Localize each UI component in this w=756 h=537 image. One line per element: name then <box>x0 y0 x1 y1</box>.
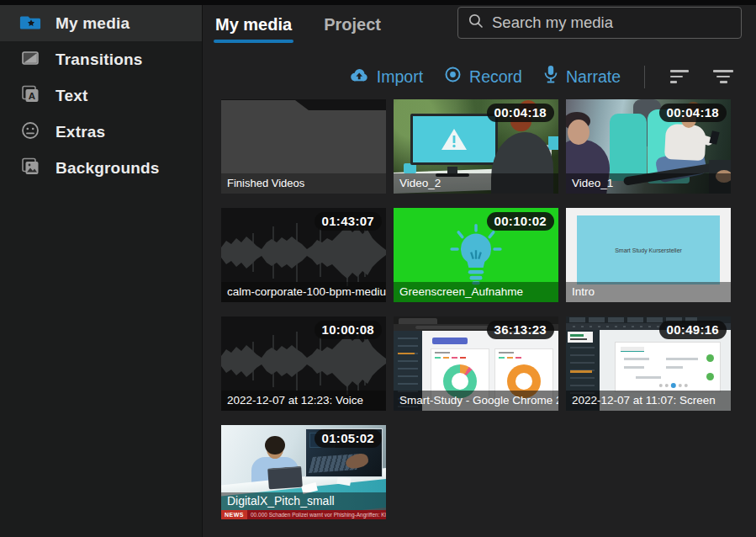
duration-badge: 00:49:16 <box>659 321 727 339</box>
duration-badge: 00:10:02 <box>487 212 554 231</box>
sidebar-item-label: Transitions <box>56 51 143 69</box>
sidebar-item-my-media[interactable]: My media <box>0 5 202 41</box>
sidebar-item-label: Backgrounds <box>56 159 160 178</box>
news-ticker-text: 00.000 Schaden Polizei warnt vor Phishin… <box>247 512 386 518</box>
sidebar-item-backgrounds[interactable]: Backgrounds <box>0 150 202 186</box>
duration-badge: 01:05:02 <box>315 429 382 448</box>
filter-button[interactable] <box>711 66 735 87</box>
sidebar: My media Transitions A Text Extras Backg… <box>0 5 202 537</box>
record-button[interactable]: Record <box>444 66 522 88</box>
slide-text: Smart Study Kursersteller <box>615 247 682 253</box>
media-name: Video_1 <box>566 173 731 194</box>
sort-lines-icon <box>670 70 689 72</box>
media-library-panel: My media Transitions A Text Extras Backg… <box>0 0 756 537</box>
tab-bar: My media Project <box>215 12 381 45</box>
duration-badge: 01:43:07 <box>315 212 382 231</box>
import-button[interactable]: Import <box>348 66 423 88</box>
toolbar-divider <box>644 66 645 88</box>
media-actions-toolbar: Import Record Narrate <box>203 57 756 96</box>
media-name: Intro <box>566 282 731 302</box>
media-name: Video_2 <box>394 173 558 194</box>
media-item-intro[interactable]: Smart Study Kursersteller Intro <box>566 208 731 302</box>
media-name: DigitalX_Pitch_small <box>221 492 386 510</box>
tab-project[interactable]: Project <box>324 12 381 45</box>
media-item-voice-recording[interactable]: 10:00:08 2022-12-07 at 12:23: Voice <box>221 316 386 411</box>
duration-badge: 00:04:18 <box>487 104 554 122</box>
media-item-smart-study-chrome[interactable]: 36:13:23 Smart-Study - Google Chrome 2… <box>394 316 558 411</box>
main-panel: My media Project Import Record <box>202 5 756 537</box>
import-label: Import <box>377 67 423 87</box>
tab-my-media[interactable]: My media <box>215 12 292 45</box>
news-ticker-badge: NEWS <box>221 510 247 519</box>
text-icon: A <box>19 83 41 109</box>
media-item-digitalx-pitch[interactable]: 01:05:02 DigitalX_Pitch_small NEWS 00.00… <box>221 425 386 519</box>
media-item-greenscreen[interactable]: 00:10:02 Greenscreen_Aufnahme <box>394 208 558 302</box>
media-name: 2022-12-07 at 11:07: Screen <box>566 391 731 411</box>
media-item-calm-corporate[interactable]: 01:43:07 calm-corporate-100-bpm-mediu… <box>221 208 386 302</box>
media-name: Finished Videos <box>221 173 386 194</box>
media-item-finished-videos[interactable]: Finished Videos <box>221 99 386 194</box>
media-item-screen-recording[interactable]: 00:49:16 2022-12-07 at 11:07: Screen <box>566 316 731 411</box>
lightbulb-icon <box>447 224 505 286</box>
narrate-label: Narrate <box>566 67 621 87</box>
media-name: Smart-Study - Google Chrome 2… <box>394 391 558 411</box>
warning-triangle-icon <box>440 127 468 152</box>
sort-button[interactable] <box>669 66 690 87</box>
duration-badge: 00:04:18 <box>659 104 727 122</box>
record-label: Record <box>469 67 522 87</box>
microphone-icon <box>543 65 558 88</box>
cloud-upload-icon <box>348 66 369 88</box>
media-item-video-1[interactable]: 00:04:18 Video_1 <box>566 99 731 194</box>
media-grid: Finished Videos 00:04:18 Video_2 <box>221 99 731 519</box>
media-name: Greenscreen_Aufnahme <box>394 282 558 302</box>
media-name: calm-corporate-100-bpm-mediu… <box>221 282 386 302</box>
filter-lines-icon <box>713 70 733 72</box>
transitions-icon <box>19 47 41 72</box>
search-icon <box>468 13 484 33</box>
sidebar-item-label: My media <box>56 14 130 33</box>
sidebar-item-label: Text <box>56 87 87 105</box>
image-landscape-icon <box>19 156 41 181</box>
folder-star-icon <box>19 11 41 36</box>
narrate-button[interactable]: Narrate <box>543 65 621 88</box>
record-icon <box>444 66 462 88</box>
duration-badge: 10:00:08 <box>315 321 382 339</box>
svg-text:A: A <box>29 90 35 100</box>
search-input[interactable] <box>492 13 732 32</box>
media-item-video-2[interactable]: 00:04:18 Video_2 <box>394 99 558 194</box>
smiley-icon <box>19 120 41 145</box>
search-box[interactable] <box>457 7 742 39</box>
news-ticker: NEWS 00.000 Schaden Polizei warnt vor Ph… <box>221 510 386 519</box>
sidebar-item-extras[interactable]: Extras <box>0 114 202 150</box>
sidebar-item-text[interactable]: A Text <box>0 77 202 114</box>
sidebar-item-transitions[interactable]: Transitions <box>0 41 202 77</box>
sidebar-item-label: Extras <box>56 123 105 141</box>
media-name: 2022-12-07 at 12:23: Voice <box>221 391 386 411</box>
duration-badge: 36:13:23 <box>487 321 554 339</box>
